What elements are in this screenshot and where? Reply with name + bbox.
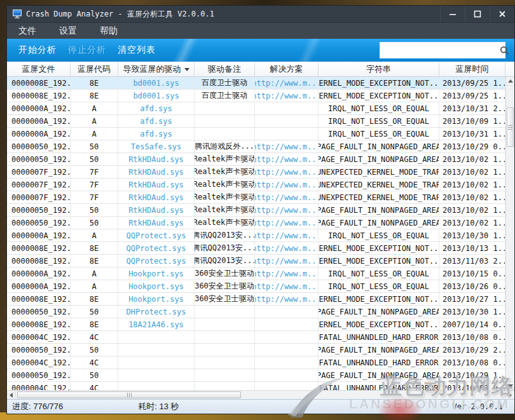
scroll-left-button[interactable] (7, 391, 16, 399)
cell-solution[interactable]: http://www.m... (255, 77, 319, 89)
table-row[interactable]: 0000000A_192...Aafd.sysIRQL_NOT_LESS_OR_… (7, 102, 505, 115)
cell-driver[interactable]: Hookport.sys (118, 268, 195, 280)
cell-driver[interactable]: afd.sys (118, 128, 195, 140)
cell-file: 0000000A_192... (7, 268, 71, 280)
table-row[interactable]: 00000050_192...50TesSafe.sys腾讯游戏反外...htt… (7, 140, 505, 153)
cell-driver[interactable]: DHProtect.sys (118, 306, 195, 318)
clear-list-button[interactable]: 清空列表 (118, 44, 156, 56)
column-header-driver[interactable]: 导致蓝屏的驱动 (118, 62, 195, 76)
cell-solution[interactable]: http://www.m... (255, 217, 319, 229)
cell-driver[interactable]: TesSafe.sys (118, 140, 195, 152)
table-row[interactable]: 0000000A_192...Aafd.sysIRQL_NOT_LESS_OR_… (7, 115, 505, 128)
cell-driver[interactable]: RtkHDAud.sys (118, 179, 195, 191)
table-row[interactable]: 0000000A_192...AHookport.sys360安全卫士驱动htt… (7, 268, 505, 280)
cell-solution[interactable]: http://www.m... (255, 293, 319, 305)
cell-solution[interactable]: http://www.m... (255, 280, 319, 292)
minimize-button[interactable] (440, 6, 465, 22)
table-row[interactable]: 00000050_192...50PAGE_FAULT_IN_NONPAGED_… (7, 369, 505, 382)
cell-solution[interactable]: http://www.m... (255, 166, 319, 178)
cell-solution[interactable]: http://www.m... (255, 268, 319, 280)
cell-time: 2013/10/02 1... (439, 166, 505, 178)
horizontal-scrollbar[interactable] (7, 390, 514, 399)
table-row[interactable]: 0000008E_192...8Ebd0001.sys百度卫士驱动http://… (7, 77, 505, 90)
stop-analysis-button[interactable]: 停止分析 (68, 44, 106, 56)
cell-time: 2013/10/08 0... (439, 382, 505, 390)
column-header-time[interactable]: 蓝屏时间 (439, 62, 505, 76)
cell-driver[interactable]: RtkHDAud.sys (118, 191, 195, 203)
table-row[interactable]: 00000050_192...50PAGE_FAULT_IN_NONPAGED_… (7, 344, 505, 356)
arrow-left-icon (10, 393, 13, 398)
menu-file[interactable]: 文件 (18, 25, 36, 37)
cell-driver[interactable]: afd.sys (118, 102, 195, 114)
scroll-right-button[interactable] (505, 391, 514, 399)
table-row[interactable]: 0000008E_192...8Ebd0001.sys百度卫士驱动http://… (7, 90, 505, 102)
cell-driver[interactable]: RtkHDAud.sys (118, 204, 195, 216)
cell-solution[interactable]: http://www.m... (255, 191, 319, 203)
cell-driver[interactable]: afd.sys (118, 115, 195, 127)
cell-driver[interactable]: RtkHDAud.sys (118, 166, 195, 178)
cell-driver[interactable]: bd0001.sys (118, 77, 195, 89)
column-header-string[interactable]: 字符串 (319, 62, 439, 76)
table-row[interactable]: 0000007F_192...7FRtkHDAud.sysRealtek声卡驱动… (7, 191, 505, 204)
cell-file: 0000004C_192... (7, 382, 71, 390)
cell-solution (255, 318, 319, 330)
search-icon[interactable] (500, 46, 509, 55)
close-button[interactable] (490, 6, 514, 22)
table-row[interactable]: 00000050_192...50RtkHDAud.sysRealtek声卡驱动… (7, 217, 505, 229)
column-header-note[interactable]: 驱动备注 (195, 62, 255, 76)
column-header-file[interactable]: 蓝屏文件 (7, 62, 71, 76)
cell-driver[interactable]: 18A21A46.sys (118, 318, 195, 330)
table-row[interactable]: 00000050_192...50RtkHDAud.sysRealtek声卡驱动… (7, 204, 505, 217)
horizontal-scrollbar-thumb[interactable] (17, 391, 241, 398)
table-row[interactable]: 0000000A_192...AHookport.sys360安全卫士驱动htt… (7, 280, 505, 293)
cell-driver[interactable]: QQProtect.sys (118, 242, 195, 254)
table-row[interactable]: 0000004C_192...4CFATAL_UNHANDLED_HARD_ER… (7, 356, 505, 369)
table-row[interactable]: 0000008E_192...8EQQProtect.sys腾讯QQ2013安.… (7, 242, 505, 255)
table-row[interactable]: 0000004C_192...4CFATAL_UNHANDLED_HARD_ER… (7, 331, 505, 344)
cell-code: 8E (71, 318, 118, 330)
search-input[interactable] (380, 43, 500, 58)
cell-solution[interactable]: http://www.m... (255, 204, 319, 216)
vertical-scrollbar[interactable] (505, 77, 514, 390)
cell-file: 0000007F_192... (7, 191, 71, 203)
cell-solution[interactable]: http://www.m... (255, 179, 319, 191)
table-row[interactable]: 0000008E_192...8EQQProtect.sys腾讯QQ2013安.… (7, 255, 505, 268)
cell-file: 00000050_192... (7, 306, 71, 318)
cell-solution[interactable]: http://www.m... (255, 90, 319, 102)
cell-driver[interactable]: QQProtect.sys (118, 229, 195, 241)
table-row[interactable]: 0000000A_192...AQQProtect.sys腾讯QQ2013安..… (7, 229, 505, 242)
cell-driver (118, 331, 195, 343)
scroll-up-button[interactable] (506, 77, 514, 86)
cell-solution[interactable]: http://www.m... (255, 229, 319, 241)
table-row[interactable]: 00000050_192...50RtkHDAud.sysRealtek声卡驱动… (7, 153, 505, 166)
cell-code: 4C (71, 356, 118, 369)
table-row[interactable]: 0000007F_192...7FRtkHDAud.sysRealtek声卡驱动… (7, 179, 505, 191)
cell-note: 百度卫士驱动 (195, 90, 255, 102)
cell-note: 腾讯QQ2013安... (195, 255, 255, 267)
cell-driver[interactable]: RtkHDAud.sys (118, 153, 195, 165)
menu-settings[interactable]: 设置 (59, 25, 77, 37)
cell-driver[interactable]: Hookport.sys (118, 280, 195, 292)
column-header-code[interactable]: 蓝屏代码 (71, 62, 118, 76)
table-row[interactable]: 0000000A_192...Aafd.sysIRQL_NOT_LESS_OR_… (7, 128, 505, 140)
table-row[interactable]: 00000050_192...50DHProtect.sysPAGE_FAULT… (7, 306, 505, 318)
start-analysis-button[interactable]: 开始分析 (18, 44, 57, 56)
cell-driver[interactable]: bd0001.sys (118, 90, 195, 102)
cell-solution[interactable]: http://www.m... (255, 255, 319, 267)
cell-solution[interactable]: http://www.m... (255, 153, 319, 165)
cell-driver[interactable]: Hookport.sys (118, 293, 195, 305)
cell-solution[interactable]: http://www.m... (255, 242, 319, 254)
cell-driver[interactable]: QQProtect.sys (118, 255, 195, 267)
menu-help[interactable]: 帮助 (100, 25, 118, 37)
maximize-button[interactable] (465, 6, 490, 22)
table-row[interactable]: 0000004C_192...4CFATAL_UNHANDLED_HARD_ER… (7, 382, 505, 390)
vertical-scrollbar-thumb[interactable] (507, 107, 514, 147)
column-header-solution[interactable]: 解决方案 (255, 62, 319, 76)
table-row[interactable]: 0000007F_192...7FRtkHDAud.sysRealtek声卡驱动… (7, 166, 505, 179)
table-row[interactable]: 0000008E_192...8E18A21A46.sysKERNEL_MODE… (7, 318, 505, 331)
cell-driver[interactable]: RtkHDAud.sys (118, 217, 195, 229)
cell-solution[interactable]: http://www.m... (255, 140, 319, 152)
cell-file: 00000050_192... (7, 369, 71, 381)
scroll-down-button[interactable] (506, 381, 514, 390)
table-row[interactable]: 0000008E_192...8EHookport.sys360安全卫士驱动ht… (7, 293, 505, 306)
